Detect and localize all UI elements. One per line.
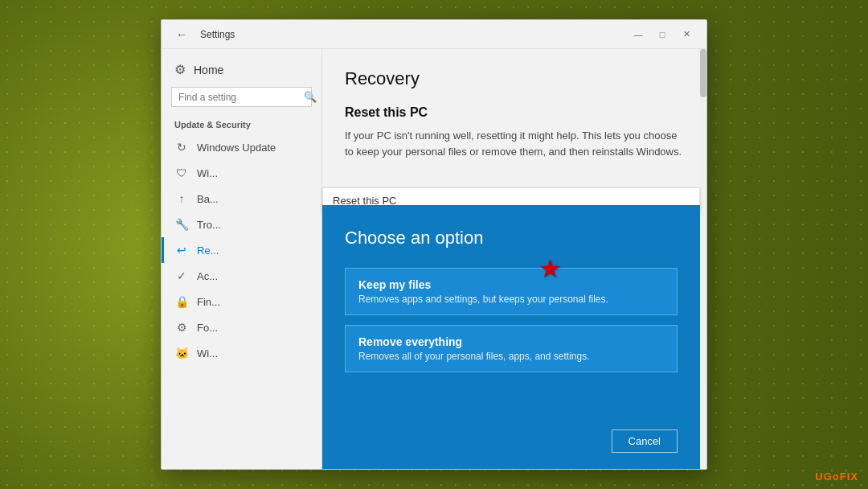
settings-window: ← Settings — □ ✕ ⚙ Home 🔍 Update & Secur… [161, 19, 707, 470]
sidebar-item-find-device[interactable]: 🔒 Fin... [162, 289, 321, 314]
back-button[interactable]: ← [171, 27, 192, 43]
search-box[interactable]: 🔍 [171, 87, 312, 107]
maximize-button[interactable]: □ [652, 27, 673, 43]
close-button[interactable]: ✕ [676, 27, 697, 43]
sidebar-section-label: Update & Security [162, 117, 321, 134]
sidebar-item-find-device-label: Fin... [197, 296, 220, 308]
sidebar-item-defender-label: Wi... [197, 167, 218, 179]
title-bar-controls: — □ ✕ [628, 27, 697, 43]
keep-files-title: Keep my files [358, 278, 664, 291]
cancel-button[interactable]: Cancel [612, 429, 678, 453]
search-icon: 🔍 [304, 91, 317, 103]
sidebar-item-recovery-label: Re... [197, 244, 219, 257]
title-bar: ← Settings — □ ✕ [162, 20, 706, 49]
insider-icon: 🐱 [174, 347, 189, 360]
sidebar-item-windows-update[interactable]: ↻ Windows Update [162, 134, 321, 160]
home-label: Home [194, 64, 223, 76]
scrollbar-track[interactable] [700, 49, 706, 469]
find-device-icon: 🔒 [174, 295, 189, 308]
remove-everything-button[interactable]: Remove everything Removes all of your pe… [345, 325, 678, 372]
sidebar-item-developers[interactable]: ⚙ Fo... [162, 314, 321, 340]
window-title: Settings [200, 29, 235, 40]
home-icon: ⚙ [174, 62, 186, 77]
sidebar-item-activation[interactable]: ✓ Ac... [162, 263, 321, 289]
sidebar-item-insider-label: Wi... [197, 347, 218, 360]
activation-icon: ✓ [174, 269, 189, 282]
watermark-text: UGoFIX [815, 471, 858, 483]
reset-dialog: Choose an option Keep my files Removes a… [322, 205, 700, 469]
developers-icon: ⚙ [174, 321, 189, 334]
sidebar-item-activation-label: Ac... [197, 270, 218, 282]
reset-section-description: If your PC isn't running well, resetting… [345, 128, 684, 159]
sidebar-item-troubleshoot-label: Tro... [197, 219, 221, 231]
sidebar-item-defender[interactable]: 🛡 Wi... [162, 160, 321, 186]
defender-icon: 🛡 [174, 166, 189, 179]
sidebar-item-windows-update-label: Windows Update [197, 142, 276, 154]
minimize-button[interactable]: — [628, 27, 649, 43]
sidebar-item-backup-label: Ba... [197, 193, 219, 205]
keep-files-description: Removes apps and settings, but keeps you… [358, 294, 664, 305]
update-icon: ↻ [174, 141, 189, 154]
sidebar-item-recovery[interactable]: ↩ Re... [162, 237, 321, 263]
sidebar-home[interactable]: ⚙ Home [162, 55, 321, 87]
sidebar-item-insider[interactable]: 🐱 Wi... [162, 340, 321, 366]
watermark: UGoFIX [815, 471, 858, 483]
title-bar-left: ← Settings [171, 27, 235, 43]
recovery-icon: ↩ [174, 244, 189, 257]
remove-everything-title: Remove everything [358, 335, 664, 348]
page-title: Recovery [345, 68, 684, 89]
dialog-title: Choose an option [345, 228, 678, 249]
remove-everything-description: Removes all of your personal files, apps… [358, 351, 664, 362]
reset-section-title: Reset this PC [345, 105, 684, 120]
sidebar-item-troubleshoot[interactable]: 🔧 Tro... [162, 212, 321, 237]
sidebar-item-backup[interactable]: ↑ Ba... [162, 186, 321, 212]
sidebar-item-developers-label: Fo... [197, 322, 218, 334]
scrollbar-thumb[interactable] [700, 49, 706, 97]
dialog-footer: Cancel [345, 429, 678, 453]
backup-icon: ↑ [174, 192, 189, 205]
troubleshoot-icon: 🔧 [174, 218, 189, 231]
search-input[interactable] [178, 92, 299, 103]
keep-files-button[interactable]: Keep my files Removes apps and settings,… [345, 268, 678, 315]
sidebar: ⚙ Home 🔍 Update & Security ↻ Windows Upd… [162, 49, 322, 469]
